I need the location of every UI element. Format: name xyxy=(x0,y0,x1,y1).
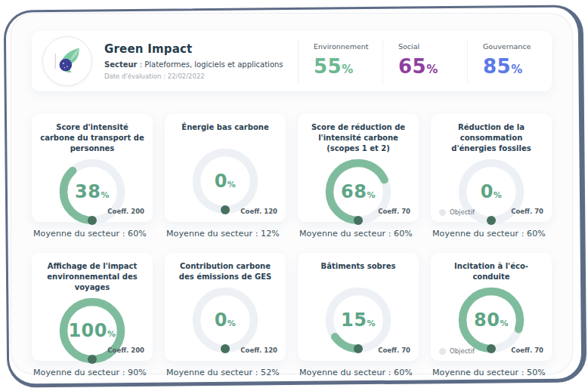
coefficient-label: Coeff. 70 xyxy=(511,208,543,215)
gauge: 0% xyxy=(189,284,262,356)
indicator-card: Score d'intensité carbone du transport d… xyxy=(32,114,153,222)
gauge-value: 15% xyxy=(322,284,395,356)
indicator-cell: Énergie bas carbone 0% Coeff. 120 Moyenn… xyxy=(165,114,286,253)
indicator-cell: Affichage de l'impact environnemental de… xyxy=(32,253,153,388)
indicator-title: Score de réduction de l'intensité carbon… xyxy=(305,122,411,154)
sector-average: Moyenne du secteur : 60% xyxy=(33,229,153,239)
objectif-bullet-icon xyxy=(439,209,446,216)
gauge: 68% xyxy=(322,156,395,228)
indicator-cell: Contribution carbone des émissions de GE… xyxy=(165,253,286,388)
indicator-title: Incitation à l'éco-conduite xyxy=(438,261,544,282)
score-social: Social 65% xyxy=(382,39,467,83)
gauge: 0% xyxy=(455,156,528,228)
indicator-cell: Incitation à l'éco-conduite 80% Objectif… xyxy=(431,253,552,388)
score-environnement: Environnement 55% xyxy=(298,39,382,83)
coefficient-label: Coeff. 70 xyxy=(378,208,410,215)
indicator-card: Incitation à l'éco-conduite 80% Objectif… xyxy=(431,253,552,361)
coefficient-label: Coeff. 200 xyxy=(107,208,144,215)
gauge-value: 0% xyxy=(189,145,262,217)
indicator-grid: Score d'intensité carbone du transport d… xyxy=(32,114,552,388)
evaluation-date: Date d'évaluation : 22/02/2022 xyxy=(104,72,283,80)
gauge: 0% xyxy=(189,145,262,217)
company-logo xyxy=(42,36,92,86)
indicator-card: Contribution carbone des émissions de GE… xyxy=(165,253,286,361)
gauge-value: 68% xyxy=(322,156,395,228)
gauge-value: 0% xyxy=(189,284,262,356)
objectif-legend: Objectif xyxy=(439,208,475,216)
comet-leaf-icon xyxy=(50,44,85,79)
gauge: 80% xyxy=(455,284,528,356)
indicator-cell: Réduction de la consommation d'énergies … xyxy=(431,114,552,253)
indicator-title: Bâtiments sobres xyxy=(305,261,411,282)
gauge: 38% xyxy=(56,156,128,228)
coefficient-label: Coeff. 120 xyxy=(240,208,277,215)
company-info: Green Impact Secteur : Plateformes, logi… xyxy=(104,42,283,80)
indicator-title: Affichage de l'impact environnemental de… xyxy=(39,261,145,293)
objectif-legend: Objectif xyxy=(439,347,475,355)
sector-average: Moyenne du secteur : 50% xyxy=(432,368,552,377)
sector-average: Moyenne du secteur : 60% xyxy=(432,229,552,239)
sector-average: Moyenne du secteur : 60% xyxy=(299,368,419,377)
gauge: 100% xyxy=(56,294,128,367)
indicator-card: Énergie bas carbone 0% Coeff. 120 xyxy=(165,114,286,222)
coefficient-label: Coeff. 70 xyxy=(378,346,410,354)
indicator-card: Affichage de l'impact environnemental de… xyxy=(32,253,153,361)
indicator-title: Réduction de la consommation d'énergies … xyxy=(438,122,544,154)
gauge-value: 38% xyxy=(56,156,128,228)
indicator-cell: Bâtiments sobres 15% Coeff. 70 Moyenne d… xyxy=(298,253,419,388)
indicator-cell: Score d'intensité carbone du transport d… xyxy=(32,114,153,253)
score-gouvernance: Gouvernance 85% xyxy=(467,39,552,83)
dashboard-screen: Green Impact Secteur : Plateformes, logi… xyxy=(11,13,573,374)
indicator-card: Réduction de la consommation d'énergies … xyxy=(431,114,552,222)
indicator-cell: Score de réduction de l'intensité carbon… xyxy=(298,114,419,253)
sector-average: Moyenne du secteur : 12% xyxy=(166,229,286,239)
esg-scores: Environnement 55% Social 65% Gouvernance… xyxy=(298,39,552,83)
sector-average: Moyenne du secteur : 60% xyxy=(299,229,419,239)
indicator-card: Score de réduction de l'intensité carbon… xyxy=(298,114,419,222)
indicator-title: Score d'intensité carbone du transport d… xyxy=(39,122,145,154)
sector-average: Moyenne du secteur : 52% xyxy=(166,368,286,377)
company-header: Green Impact Secteur : Plateformes, logi… xyxy=(32,31,552,91)
gauge-value: 100% xyxy=(56,294,128,367)
coefficient-label: Coeff. 200 xyxy=(107,346,144,354)
gauge-value: 80% xyxy=(455,284,528,356)
indicator-card: Bâtiments sobres 15% Coeff. 70 xyxy=(298,253,419,361)
indicator-title: Énergie bas carbone xyxy=(172,122,278,143)
company-sector: Secteur : Plateformes, logiciels et appl… xyxy=(104,60,283,69)
objectif-bullet-icon xyxy=(439,348,446,355)
coefficient-label: Coeff. 120 xyxy=(240,346,277,354)
coefficient-label: Coeff. 70 xyxy=(511,346,543,354)
gauge-value: 0% xyxy=(455,156,528,228)
indicator-title: Contribution carbone des émissions de GE… xyxy=(172,261,278,282)
company-name: Green Impact xyxy=(104,42,283,56)
sector-average: Moyenne du secteur : 90% xyxy=(33,368,153,377)
gauge: 15% xyxy=(322,284,395,356)
